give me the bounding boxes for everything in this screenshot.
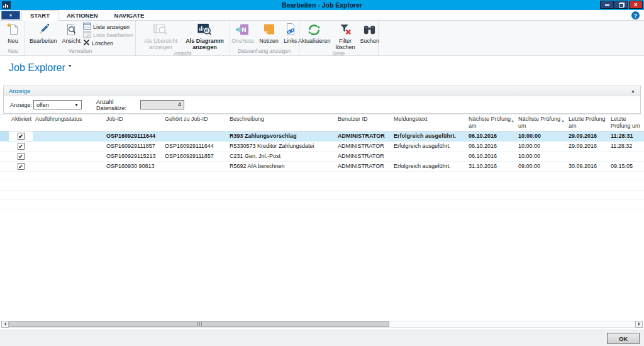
table-cell[interactable]: OSP160929111644: [162, 141, 227, 151]
table-cell[interactable]: R393 Zahlungsvorschlag: [227, 131, 335, 141]
table-cell[interactable]: [608, 151, 644, 161]
table-cell[interactable]: 31.10.2016: [466, 161, 516, 171]
scrollbar-track[interactable]: [9, 321, 635, 328]
column-header[interactable]: Ausführungsstatus: [33, 114, 104, 131]
page-title[interactable]: Job Explorer: [9, 62, 65, 73]
table-cell[interactable]: 30.09.2016: [566, 161, 608, 171]
table-cell[interactable]: [566, 151, 608, 161]
table-cell[interactable]: [162, 131, 227, 141]
table-cell[interactable]: [33, 141, 104, 151]
bearbeiten-button[interactable]: Bearbeiten: [27, 21, 60, 44]
empty-row: [0, 171, 644, 181]
column-header[interactable]: Meldungstext: [391, 114, 466, 131]
table-cell[interactable]: 06.10.2016: [466, 141, 516, 151]
anzeige-fasttab-header[interactable]: Anzeige ▲: [4, 86, 640, 96]
column-header[interactable]: Letzte Prüfung um: [608, 114, 644, 131]
table-cell[interactable]: 06.10.2016: [466, 151, 516, 161]
table-cell[interactable]: ✔: [9, 161, 33, 171]
table-cell[interactable]: Erfolgreich ausgeführt.: [391, 131, 466, 141]
suchen-button[interactable]: Suchen: [358, 21, 382, 44]
table-cell[interactable]: ADMINISTRATOR: [335, 151, 391, 161]
row-selector[interactable]: [0, 131, 9, 141]
table-cell[interactable]: 09:15:05: [608, 161, 644, 171]
table-row[interactable]: ✔OSP160929111644R393 ZahlungsvorschlagAD…: [0, 131, 644, 141]
column-header[interactable]: Letzte Prüfung am: [566, 114, 608, 131]
table-cell[interactable]: ✔: [9, 131, 33, 141]
table-cell[interactable]: ✔: [9, 141, 33, 151]
table-row[interactable]: ✔OSP160930 90813R5692 AfA berechnenADMIN…: [0, 161, 644, 171]
neu-button[interactable]: Neu: [4, 21, 23, 44]
table-cell[interactable]: 10:00:00: [516, 151, 566, 161]
table-cell[interactable]: ✔: [9, 151, 33, 161]
tab-aktionen[interactable]: AKTIONEN: [58, 10, 106, 20]
table-cell[interactable]: 10:00:00: [516, 131, 566, 141]
column-header[interactable]: Nächste Prüfung am▲: [466, 114, 516, 131]
notizen-button[interactable]: Notizen: [257, 21, 281, 44]
datensaetze-label: Anzahl Datensätze:: [96, 99, 140, 111]
column-header[interactable]: Job-ID: [104, 114, 162, 131]
row-checkbox[interactable]: ✔: [18, 153, 25, 160]
table-cell[interactable]: [162, 161, 227, 171]
scroll-right-button[interactable]: [635, 321, 643, 328]
row-selector[interactable]: [0, 151, 9, 161]
table-cell[interactable]: ADMINISTRATOR: [335, 141, 391, 151]
footer-bar: OK: [0, 330, 644, 346]
ok-button[interactable]: OK: [607, 333, 640, 344]
table-cell[interactable]: R5330573 Kreditor Zahlungsdatei: [227, 141, 335, 151]
collapse-icon[interactable]: ▲: [631, 89, 635, 93]
loeschen-button[interactable]: Löschen: [83, 39, 133, 47]
column-header[interactable]: Nächste Prüfung um▲: [516, 114, 566, 131]
table-cell[interactable]: OSP160929111644: [104, 131, 162, 141]
table-row[interactable]: ✔OSP160929111857OSP160929111644R5330573 …: [0, 141, 644, 151]
column-header[interactable]: Benutzer ID: [335, 114, 391, 131]
als-diagramm-button[interactable]: Als Diagramm anzeigen: [183, 21, 227, 50]
table-cell[interactable]: Erfolgreich ausgeführt.: [391, 141, 466, 151]
table-cell[interactable]: ADMINISTRATOR: [335, 131, 391, 141]
ansicht-button[interactable]: Ansicht: [59, 21, 83, 44]
table-row[interactable]: ✔OSP160929115213OSP160929111857C231 Gen.…: [0, 151, 644, 161]
aktualisieren-button[interactable]: Aktualisieren: [296, 21, 333, 44]
table-cell[interactable]: OSP160929115213: [104, 151, 162, 161]
app-menu-button[interactable]: ▼: [1, 11, 20, 20]
row-checkbox[interactable]: ✔: [18, 143, 25, 150]
table-cell[interactable]: [33, 151, 104, 161]
row-checkbox[interactable]: ✔: [18, 133, 25, 140]
edit-list-icon: [83, 30, 91, 40]
table-cell[interactable]: C231 Gen. Jnl.-Post: [227, 151, 335, 161]
column-header[interactable]: Aktiviert: [9, 114, 33, 131]
page-title-dropdown-icon[interactable]: ▼: [68, 64, 72, 68]
minimize-button[interactable]: [600, 1, 614, 9]
table-cell[interactable]: R5692 AfA berechnen: [227, 161, 335, 171]
column-header[interactable]: Gehört zu Job-ID: [162, 114, 227, 131]
table-cell[interactable]: OSP160929111857: [162, 151, 227, 161]
row-selector[interactable]: [0, 141, 9, 151]
close-button[interactable]: ×: [629, 1, 643, 9]
table-cell[interactable]: 10:00:00: [516, 141, 566, 151]
table-cell[interactable]: [33, 131, 104, 141]
page-header: Job Explorer▼: [0, 56, 644, 86]
table-cell[interactable]: 11:28:31: [608, 131, 644, 141]
tab-start[interactable]: START: [21, 10, 58, 21]
tab-navigate[interactable]: NAVIGATE: [106, 10, 153, 20]
empty-row: [0, 199, 644, 209]
anzeige-select[interactable]: offen ▼: [33, 100, 82, 109]
table-cell[interactable]: 09:00:00: [516, 161, 566, 171]
table-cell[interactable]: 06.10.2016: [466, 131, 516, 141]
scrollbar-thumb[interactable]: [9, 321, 389, 327]
row-selector[interactable]: [0, 161, 9, 171]
table-cell[interactable]: [391, 151, 466, 161]
help-icon[interactable]: ?: [631, 11, 640, 20]
table-cell[interactable]: ADMINISTRATOR: [335, 161, 391, 171]
filter-loeschen-button[interactable]: Filter löschen: [333, 21, 357, 50]
scroll-left-button[interactable]: [1, 321, 9, 328]
table-cell[interactable]: 29.09.2016: [566, 131, 608, 141]
table-cell[interactable]: Erfolgreich ausgeführt.: [391, 161, 466, 171]
table-cell[interactable]: 11:28:32: [608, 141, 644, 151]
table-cell[interactable]: 29.09.2016: [566, 141, 608, 151]
column-header[interactable]: Beschreibung: [227, 114, 335, 131]
table-cell[interactable]: OSP160930 90813: [104, 161, 162, 171]
table-cell[interactable]: OSP160929111857: [104, 141, 162, 151]
table-cell[interactable]: [33, 161, 104, 171]
restore-button[interactable]: [614, 1, 628, 9]
row-checkbox[interactable]: ✔: [18, 163, 25, 170]
